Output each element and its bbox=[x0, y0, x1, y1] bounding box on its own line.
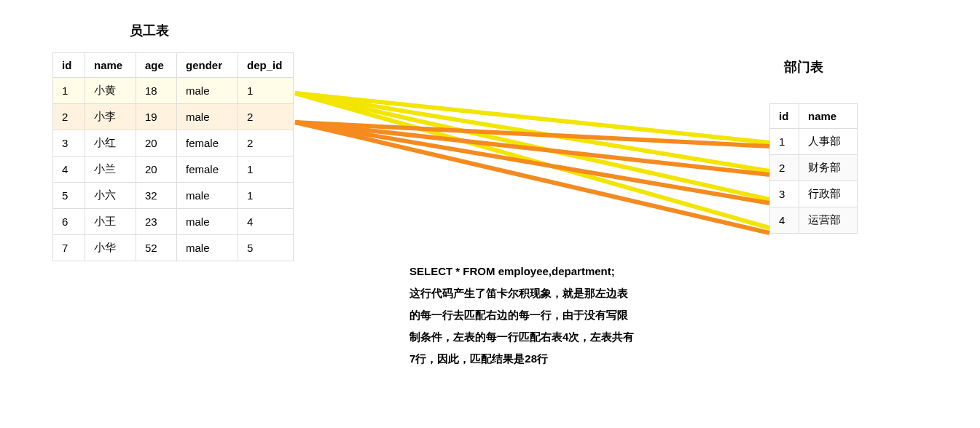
svg-line-4 bbox=[295, 122, 769, 146]
table-row: 5 小六 32 male 1 bbox=[53, 183, 294, 209]
employee-table-title: 员工表 bbox=[130, 22, 169, 39]
svg-line-6 bbox=[295, 122, 769, 203]
svg-line-7 bbox=[295, 122, 769, 233]
col-id: id bbox=[53, 53, 85, 78]
col-age: age bbox=[136, 53, 177, 78]
table-row: 4 运营部 bbox=[770, 207, 858, 234]
table-row: 2 财务部 bbox=[770, 155, 858, 181]
svg-line-5 bbox=[295, 122, 769, 175]
table-row: 2 小李 19 male 2 bbox=[53, 104, 294, 130]
col-name: name bbox=[85, 53, 136, 78]
department-table: id name 1 人事部 2 财务部 3 行政部 4 运营部 bbox=[769, 103, 858, 234]
table-row: 3 小红 20 female 2 bbox=[53, 130, 294, 156]
table-row: 6 小王 23 male 4 bbox=[53, 209, 294, 235]
table-header-row: id name age gender dep_id bbox=[53, 53, 294, 78]
table-row: 7 小华 52 male 5 bbox=[53, 235, 294, 261]
svg-line-1 bbox=[295, 93, 769, 171]
explanation-text: SELECT * FROM employee,department; 这行代码产… bbox=[409, 261, 716, 370]
sql-statement: SELECT * FROM employee,department; bbox=[409, 261, 716, 282]
svg-line-0 bbox=[295, 93, 769, 143]
svg-line-2 bbox=[295, 93, 769, 199]
svg-line-3 bbox=[295, 93, 769, 228]
col-gender: gender bbox=[177, 53, 238, 78]
table-row: 3 行政部 bbox=[770, 181, 858, 207]
employee-table: id name age gender dep_id 1 小黄 18 male 1… bbox=[52, 52, 294, 261]
table-row: 1 人事部 bbox=[770, 129, 858, 155]
table-header-row: id name bbox=[770, 104, 858, 129]
table-row: 4 小兰 20 female 1 bbox=[53, 156, 294, 183]
col-depid: dep_id bbox=[238, 53, 294, 78]
table-row: 1 小黄 18 male 1 bbox=[53, 78, 294, 104]
col-id: id bbox=[770, 104, 799, 129]
department-table-title: 部门表 bbox=[784, 58, 823, 76]
col-name: name bbox=[799, 104, 858, 129]
